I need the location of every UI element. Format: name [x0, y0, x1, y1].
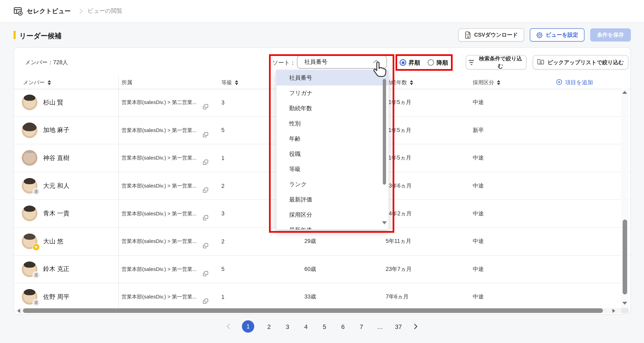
- pagination-page[interactable]: 37: [395, 323, 402, 330]
- scroll-right-icon[interactable]: [612, 308, 615, 313]
- title-accent-bar: [14, 31, 16, 39]
- sort-select[interactable]: 社員番号: [297, 55, 387, 69]
- breadcrumb-app[interactable]: セレクトビュー: [27, 7, 71, 15]
- table-row[interactable]: 退 佐野 周平 営業本部(salesDiv.) > 第一営業... 1 33歳 …: [14, 283, 631, 311]
- dropdown-option[interactable]: 最新評価: [276, 192, 388, 207]
- pagination-page-current[interactable]: 1: [242, 320, 254, 332]
- table-row[interactable]: ★ 大山 悠 営業本部(salesDiv.) > 第一営業... 2 29歳 5…: [14, 228, 631, 256]
- member-name[interactable]: 佐野 周平: [43, 283, 70, 311]
- sort-dropdown: 社員番号 フリガナ 勤続年数 性別 年齢 役職 等級 ランク 最新評価 採用区分…: [276, 70, 389, 230]
- dropdown-option[interactable]: ランク: [276, 177, 388, 192]
- filter-by-pickup-button[interactable]: ピックアップリストで絞り込む: [533, 55, 628, 70]
- column-header-member[interactable]: メンバー: [23, 77, 51, 89]
- member-tenure: 11年5ヵ月: [386, 144, 411, 172]
- sort-arrows-icon[interactable]: [48, 80, 51, 85]
- column-header-grade[interactable]: 等級: [221, 77, 238, 89]
- sort-label: ソート：: [272, 59, 296, 67]
- add-column-button[interactable]: 項目を追加: [556, 77, 593, 89]
- pickup-list-icon: [537, 58, 544, 66]
- org-link-icon[interactable]: [202, 131, 208, 138]
- save-conditions-label: 条件を保存: [597, 31, 624, 39]
- member-name[interactable]: 杉山 賢: [43, 89, 64, 116]
- member-hire: 中途: [473, 228, 484, 255]
- member-hire: 中途: [473, 172, 484, 200]
- member-name[interactable]: 大山 悠: [43, 228, 64, 255]
- radio-descending[interactable]: [428, 59, 434, 66]
- csv-download-button[interactable]: CSV CSVダウンロード: [458, 29, 524, 42]
- member-hire: 中途: [473, 144, 484, 172]
- avatar-badge: 退: [32, 188, 40, 195]
- vertical-scrollbar-thumb[interactable]: [622, 219, 627, 294]
- sort-arrows-icon[interactable]: [410, 80, 413, 85]
- table-row[interactable]: 退 鈴木 克正 営業本部(salesDiv.) > 第一営業... 5 60歳 …: [14, 255, 631, 283]
- column-header-hire[interactable]: 採用区分: [473, 77, 500, 89]
- dropdown-option[interactable]: 等級: [276, 162, 388, 177]
- dropdown-option[interactable]: 勤続年数: [276, 101, 388, 116]
- radio-ascending-label[interactable]: 昇順: [409, 59, 420, 67]
- scroll-left-icon[interactable]: [17, 308, 20, 313]
- sort-arrows-icon[interactable]: [235, 80, 238, 85]
- pagination-page[interactable]: 7: [358, 323, 365, 330]
- member-name[interactable]: 神谷 直樹: [43, 144, 70, 172]
- org-link-icon[interactable]: [202, 104, 208, 110]
- dropdown-option[interactable]: 役職: [276, 146, 388, 162]
- member-grade: 1: [221, 144, 224, 172]
- org-link-icon[interactable]: [202, 270, 208, 276]
- csv-file-icon: CSV: [464, 31, 471, 39]
- member-org: 営業本部(salesDiv.) > 第一営業...: [122, 154, 200, 162]
- vertical-scrollbar[interactable]: [621, 89, 628, 308]
- pagination-page[interactable]: 5: [321, 323, 328, 330]
- member-tenure: 7年6ヵ月: [386, 283, 409, 311]
- add-column-label: 項目を追加: [565, 79, 593, 87]
- dropdown-scroll-down-icon[interactable]: [382, 221, 387, 224]
- member-name[interactable]: 大元 和人: [43, 172, 70, 200]
- pagination-prev-icon[interactable]: [226, 323, 231, 330]
- filter-icon: [469, 60, 474, 65]
- horizontal-scrollbar-thumb[interactable]: [23, 308, 603, 313]
- sort-arrows-icon[interactable]: [497, 80, 500, 85]
- member-org: 営業本部(salesDiv.) > 第一営業...: [122, 265, 200, 273]
- member-org: 営業本部(salesDiv.) > 第二営業...: [122, 98, 200, 107]
- org-link-icon[interactable]: [202, 243, 208, 249]
- org-link-icon[interactable]: [202, 159, 208, 165]
- avatar: [22, 206, 38, 221]
- save-conditions-button[interactable]: 条件を保存: [590, 29, 631, 42]
- horizontal-scrollbar[interactable]: [16, 308, 621, 313]
- org-link-icon[interactable]: [202, 298, 208, 304]
- filter-by-search-button[interactable]: 検索条件で絞り込む: [466, 55, 526, 70]
- radio-ascending[interactable]: [400, 59, 406, 66]
- dropdown-scrollbar-thumb[interactable]: [383, 79, 386, 185]
- member-org: 営業本部(salesDiv.) > 第一営業...: [122, 182, 200, 190]
- member-table-card: メンバー：728人 ソート： 社員番号 昇順 降順 検索条件で絞り込む ピックア…: [14, 47, 631, 314]
- view-settings-button[interactable]: ビューを設定: [530, 29, 584, 42]
- pagination-page[interactable]: 2: [265, 323, 273, 330]
- scroll-down-icon[interactable]: [622, 302, 627, 305]
- csv-download-label: CSVダウンロード: [474, 31, 518, 39]
- pagination-page[interactable]: 3: [284, 323, 291, 330]
- dropdown-option[interactable]: 採用区分: [276, 207, 388, 222]
- member-tenure: 23年7ヵ月: [386, 255, 412, 283]
- radio-descending-label[interactable]: 降順: [436, 59, 448, 67]
- pagination-page[interactable]: 4: [302, 323, 310, 330]
- dropdown-option[interactable]: 年齢: [276, 131, 388, 146]
- member-name[interactable]: 加地 麻子: [43, 117, 70, 144]
- avatar: [22, 122, 38, 138]
- member-hire: 中途: [473, 89, 484, 116]
- member-name[interactable]: 青木 一貴: [43, 200, 70, 227]
- org-link-icon[interactable]: [202, 187, 208, 193]
- column-header-tenure[interactable]: 勤続年数: [386, 77, 413, 89]
- dropdown-option[interactable]: 最新年俸: [276, 222, 388, 230]
- avatar: [22, 150, 38, 166]
- member-tenure: 5年11ヵ月: [386, 228, 411, 255]
- pagination-next-icon[interactable]: [413, 323, 418, 330]
- dropdown-option-selected[interactable]: 社員番号: [276, 70, 388, 86]
- org-link-icon[interactable]: [202, 215, 208, 221]
- scroll-up-icon[interactable]: [622, 91, 627, 94]
- member-name[interactable]: 鈴木 克正: [43, 255, 70, 283]
- dropdown-option[interactable]: 性別: [276, 116, 388, 131]
- page-title: リーダー候補: [19, 31, 62, 41]
- member-grade: 3: [221, 200, 224, 227]
- dropdown-option[interactable]: フリガナ: [276, 86, 388, 101]
- pagination-ellipsis: …: [376, 323, 384, 330]
- pagination-page[interactable]: 6: [339, 323, 347, 330]
